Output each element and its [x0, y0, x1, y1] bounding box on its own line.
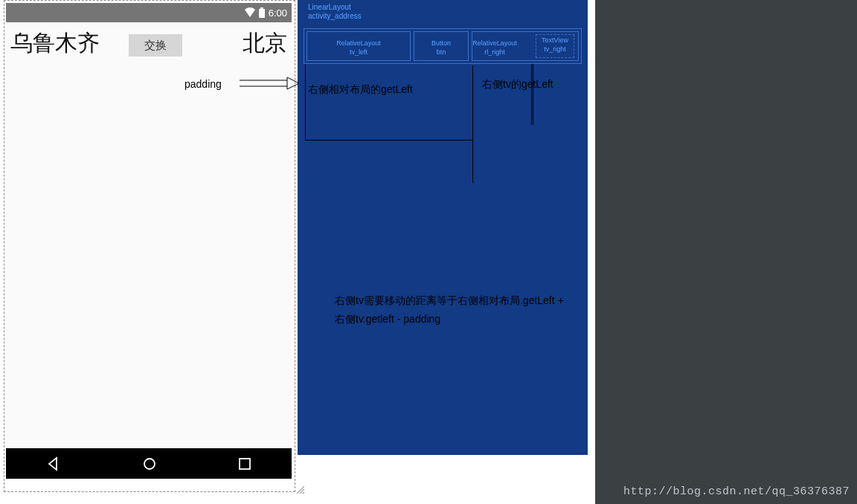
blueprint-tv-right-type: TextView	[536, 36, 574, 44]
blueprint-tv-right-id: tv_right	[536, 45, 574, 53]
home-icon[interactable]	[142, 456, 157, 471]
guide-line	[531, 64, 532, 125]
blueprint-right-id: rl_right	[450, 48, 539, 56]
annotation-formula: 右侧tv需要移动的距离等于右侧相对布局.getLeft + 右侧tv.getle…	[335, 291, 573, 329]
guide-line	[472, 65, 473, 183]
tv-right: 北京	[243, 28, 287, 59]
svg-rect-1	[260, 7, 263, 9]
blueprint-left-id: tv_left	[307, 48, 410, 56]
svg-marker-9	[287, 77, 299, 89]
annotation-padding-label: padding	[184, 78, 222, 90]
status-time: 6:00	[269, 7, 287, 19]
annotation-right-tv-getleft: 右侧tv的getLeft	[482, 78, 553, 91]
layout-blueprint: LinearLayout activity_address RelativeLa…	[298, 0, 588, 455]
blueprint-tv-right: TextView tv_right	[536, 34, 574, 58]
blueprint-container-id: activity_address	[308, 12, 362, 20]
guide-line	[305, 140, 472, 140]
watermark-url: http://blog.csdn.net/qq_36376387	[623, 485, 850, 498]
navigation-bar	[6, 448, 292, 479]
svg-rect-0	[259, 9, 265, 18]
editor-dark-panel	[595, 0, 857, 504]
guide-line	[533, 64, 533, 125]
blueprint-right-type: RelativeLayout	[450, 39, 539, 47]
back-icon[interactable]	[46, 456, 61, 471]
battery-icon	[258, 7, 266, 18]
svg-rect-3	[240, 459, 250, 469]
wifi-icon	[244, 7, 256, 18]
blueprint-rl-left: RelativeLayout tv_left	[306, 31, 411, 61]
blueprint-container-type: LinearLayout	[308, 3, 351, 11]
status-bar: 6:00	[6, 3, 292, 22]
swap-button[interactable]: 交换	[129, 34, 182, 56]
blueprint-left-type: RelativeLayout	[307, 39, 410, 47]
recent-icon[interactable]	[238, 457, 251, 471]
arrow-icon	[240, 76, 299, 91]
svg-point-2	[144, 459, 155, 469]
tv-left: 乌鲁木齐	[10, 28, 100, 59]
resize-handle-icon[interactable]	[295, 485, 306, 495]
address-row: 乌鲁木齐 交换 北京	[6, 22, 292, 67]
annotation-right-rl-getleft: 右侧相对布局的getLeft	[308, 83, 413, 97]
svg-line-6	[303, 492, 304, 494]
guide-line	[305, 64, 306, 140]
device-preview: 6:00 乌鲁木齐 交换 北京	[6, 3, 292, 479]
